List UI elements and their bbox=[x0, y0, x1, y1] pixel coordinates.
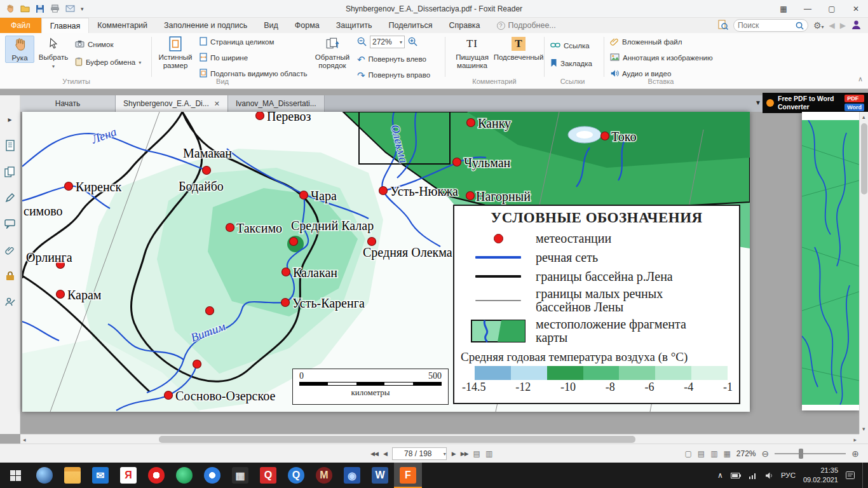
clipboard-button[interactable]: Буфер обмена ▾ bbox=[75, 56, 141, 69]
start-button[interactable] bbox=[0, 463, 31, 488]
snapshot-button[interactable]: Снимок bbox=[75, 38, 113, 51]
tab-view[interactable]: Вид bbox=[255, 18, 287, 33]
customize-toolbar-caret-icon[interactable]: ▾ bbox=[81, 6, 84, 12]
adjacent-page-preview[interactable] bbox=[802, 112, 859, 410]
taskbar-app-blue-browser[interactable] bbox=[198, 463, 226, 488]
tab-comment[interactable]: Комментарий bbox=[89, 18, 156, 33]
link-button[interactable]: Ссылка bbox=[550, 39, 590, 52]
tab-form[interactable]: Форма bbox=[287, 18, 328, 33]
battery-icon[interactable] bbox=[731, 473, 741, 478]
taskbar-app-file-explorer[interactable] bbox=[58, 463, 86, 488]
taskbar-app-q-blue[interactable]: Q bbox=[282, 463, 310, 488]
taskbar-app-green[interactable] bbox=[170, 463, 198, 488]
minimize-icon[interactable]: — bbox=[796, 0, 820, 18]
next-page-icon[interactable]: ▶ bbox=[452, 451, 456, 457]
scroll-down-icon[interactable]: ▾ bbox=[862, 426, 865, 432]
save-icon[interactable] bbox=[36, 4, 44, 13]
promo-banner[interactable]: Free PDF to WordConverter PDF Word bbox=[763, 93, 868, 113]
show-desktop-button[interactable] bbox=[862, 463, 865, 488]
search-input[interactable] bbox=[738, 21, 796, 30]
full-page-button[interactable]: Страница целиком bbox=[200, 36, 274, 48]
highlighter-button[interactable]: T Подсвеченный bbox=[497, 36, 540, 62]
typewriter-button[interactable]: ТІ Пишущая машинка bbox=[452, 36, 492, 70]
open-folder-icon[interactable] bbox=[20, 4, 30, 13]
page-number-box[interactable]: ▾ bbox=[392, 447, 447, 460]
rotate-left-button[interactable]: ↶ Повернуть влево bbox=[357, 53, 426, 65]
zoom-in-icon[interactable] bbox=[408, 37, 417, 48]
search-icon[interactable] bbox=[796, 22, 804, 30]
pages-panel-icon[interactable] bbox=[4, 165, 17, 178]
single-page-view-icon[interactable]: ▤ bbox=[473, 449, 480, 458]
fit-width-button[interactable]: По ширине bbox=[200, 51, 248, 64]
doc-tab-shynbergenov[interactable]: Shynbergenov_E.A._Di... ✕ bbox=[116, 95, 228, 112]
tab-close-icon[interactable]: ✕ bbox=[214, 100, 220, 108]
first-page-icon[interactable]: ◀◀ bbox=[370, 451, 378, 457]
tab-file[interactable]: Файл bbox=[0, 18, 41, 33]
user-account-icon[interactable] bbox=[851, 19, 862, 32]
page-number-input[interactable] bbox=[393, 449, 444, 458]
taskbar-app-camera-blue[interactable]: ◉ bbox=[338, 463, 366, 488]
rotate-right-button[interactable]: ↷ Повернуть вправо bbox=[357, 69, 430, 81]
tab-home[interactable]: Главная bbox=[41, 18, 90, 33]
select-button[interactable]: Выбрать ▾ bbox=[37, 36, 70, 70]
zoom-input[interactable] bbox=[372, 37, 398, 46]
hand-button[interactable]: Рука bbox=[5, 36, 34, 63]
tab-more[interactable]: ? Подробнее... bbox=[489, 18, 564, 33]
hand-tool-icon[interactable] bbox=[5, 4, 15, 13]
zoom-out-status-icon[interactable]: ⊖ bbox=[762, 449, 770, 459]
taskbar-app-q-red[interactable]: Q bbox=[254, 463, 282, 488]
image-annotation-button[interactable]: Аннотация к изображению bbox=[610, 51, 713, 64]
horizontal-scrollbar-thumb[interactable] bbox=[159, 436, 635, 443]
doc-tab-start[interactable]: Начать bbox=[20, 95, 116, 112]
expand-panel-icon[interactable]: ▸ bbox=[4, 113, 17, 126]
collapse-ribbon-icon[interactable]: ∧ bbox=[858, 75, 863, 83]
last-page-icon[interactable]: ▶▶ bbox=[461, 451, 468, 457]
taskbar-app-dark[interactable]: ▦ bbox=[226, 463, 254, 488]
language-indicator[interactable]: РУС bbox=[781, 471, 796, 479]
email-icon[interactable] bbox=[65, 5, 75, 12]
bookmarks-panel-icon[interactable] bbox=[4, 139, 17, 152]
bookmark-button[interactable]: Закладка bbox=[550, 57, 592, 70]
tab-overflow-icon[interactable]: ▼ bbox=[755, 99, 761, 106]
search-document-icon[interactable] bbox=[718, 20, 728, 32]
actual-size-button[interactable]: Истинный размер bbox=[156, 36, 194, 70]
zoom-in-status-icon[interactable]: ⊕ bbox=[851, 449, 859, 459]
zoom-slider-thumb[interactable] bbox=[799, 449, 803, 459]
attachments-panel-icon[interactable] bbox=[4, 243, 17, 256]
continuous-view-icon[interactable]: ▥ bbox=[485, 449, 492, 458]
layout-grid-icon[interactable]: ▦ bbox=[771, 0, 796, 18]
attach-file-button[interactable]: Вложенный файл bbox=[610, 36, 682, 48]
hidden-icons-chevron-icon[interactable]: ∧ bbox=[717, 471, 723, 480]
vertical-scrollbar-thumb[interactable] bbox=[861, 123, 867, 194]
taskbar-clock[interactable]: 21:35 09.02.2021 bbox=[803, 466, 838, 485]
zoom-combobox[interactable]: ▾ bbox=[370, 36, 405, 48]
view-mode-1-icon[interactable]: ▢ bbox=[684, 449, 691, 458]
comments-panel-icon[interactable] bbox=[4, 217, 17, 230]
taskbar-app-yandex-browser[interactable] bbox=[142, 463, 170, 488]
print-icon[interactable] bbox=[50, 4, 60, 13]
previous-page-icon[interactable]: ◀ bbox=[383, 451, 387, 457]
search-box[interactable] bbox=[733, 19, 808, 32]
forward-icon[interactable]: ▶ bbox=[840, 21, 846, 30]
view-mode-4-icon[interactable]: ▦ bbox=[723, 449, 730, 458]
security-lock-icon[interactable] bbox=[4, 269, 17, 282]
tab-fill-sign[interactable]: Заполнение и подпись bbox=[156, 18, 255, 33]
taskbar-app-yandex[interactable]: Я bbox=[114, 463, 142, 488]
tab-help[interactable]: Справка bbox=[441, 18, 489, 33]
close-icon[interactable]: ✕ bbox=[844, 0, 868, 18]
network-icon[interactable] bbox=[749, 472, 757, 479]
tab-protect[interactable]: Защитить bbox=[328, 18, 381, 33]
taskbar-app-m[interactable]: M bbox=[310, 463, 338, 488]
doc-tab-ivanov[interactable]: Ivanov_MA_Dissertati... bbox=[228, 95, 325, 112]
vertical-scrollbar[interactable]: ▴ ▾ bbox=[859, 112, 868, 434]
zoom-slider[interactable] bbox=[775, 453, 846, 454]
taskbar-app-mail[interactable]: ✉ bbox=[86, 463, 114, 488]
reverse-order-button[interactable]: Обратный порядок bbox=[313, 36, 352, 70]
notification-center-icon[interactable] bbox=[846, 471, 855, 479]
annotations-panel-icon[interactable] bbox=[4, 191, 17, 204]
view-mode-3-icon[interactable]: ▥ bbox=[710, 449, 717, 458]
gear-icon[interactable]: ⚙▾ bbox=[813, 20, 824, 30]
maximize-icon[interactable]: ▢ bbox=[820, 0, 844, 18]
signature-panel-icon[interactable] bbox=[4, 295, 17, 308]
taskbar-app-browser-sphere[interactable] bbox=[31, 463, 58, 488]
